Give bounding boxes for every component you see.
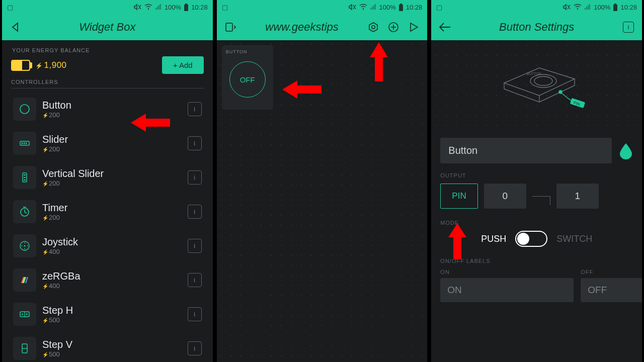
color-picker-icon[interactable]	[619, 142, 633, 159]
battery-percent: 100%	[165, 4, 181, 11]
settings-nut-button[interactable]	[366, 20, 381, 35]
page-title: Widget Box	[28, 21, 187, 34]
battery-percent: 100%	[594, 4, 610, 11]
low-value[interactable]: 0	[484, 184, 526, 209]
back-arrow-button[interactable]	[437, 20, 452, 35]
steph-icon: -+	[13, 303, 36, 326]
svg-rect-10	[24, 177, 26, 178]
screen-button-settings: ▢ 100% 10:28 Button Settings i BUTTON	[431, 0, 642, 362]
widget-name-input[interactable]	[440, 138, 612, 163]
settings-body: BUTTON PIN OUTPUT PIN 0 1 MODE	[431, 40, 642, 362]
widget-name: zeRGBa	[42, 270, 182, 282]
status-bar: ▢ 100% 10:28	[431, 0, 642, 14]
screen-widget-box: ▢ 100% 10:28 Widget Box YOUR ENERGY BALA…	[2, 0, 213, 362]
timer-icon	[13, 200, 36, 223]
on-caption: ON	[440, 269, 574, 275]
add-energy-button[interactable]: + Add	[162, 56, 204, 74]
mode-row: PUSH SWITCH	[440, 231, 633, 247]
widget-info-button[interactable]: i	[188, 273, 202, 287]
header-bar: www.geekstips	[217, 14, 428, 40]
signal-icon	[584, 4, 591, 10]
svg-point-24	[372, 26, 375, 29]
wifi-icon	[359, 4, 367, 10]
svg-rect-1	[185, 4, 187, 5]
widget-name: Joystick	[42, 236, 182, 248]
svg-rect-20	[400, 4, 402, 5]
svg-point-3	[20, 105, 29, 114]
header-bar: Widget Box	[2, 14, 213, 40]
high-value[interactable]: 1	[556, 184, 599, 209]
output-label: OUTPUT	[440, 172, 633, 178]
widget-info-button[interactable]: i	[188, 341, 202, 355]
mode-toggle[interactable]	[515, 231, 547, 247]
mode-label: MODE	[440, 220, 633, 226]
signal-icon	[370, 4, 377, 10]
signal-icon	[155, 4, 162, 10]
widget-box-body: YOUR ENERGY BALANCE 1,900 + Add CONTROLL…	[2, 40, 213, 362]
widget-cost: 200	[42, 214, 182, 221]
balance-value: 1,900	[35, 60, 67, 70]
wifi-icon	[144, 4, 152, 10]
widget-name: Step H	[42, 305, 182, 316]
widget-item-timer[interactable]: Timer200i	[11, 195, 204, 228]
play-button[interactable]	[406, 20, 421, 35]
joystick-icon	[13, 234, 36, 257]
header-bar: Button Settings i	[431, 14, 642, 40]
editor-canvas[interactable]: BUTTON OFF	[217, 40, 428, 362]
rgb-icon	[13, 268, 36, 292]
battery-icon	[184, 4, 189, 11]
widget-name: Step V	[42, 339, 182, 350]
slider-icon	[13, 132, 36, 155]
svg-point-19	[363, 9, 364, 10]
widget-cost: 500	[42, 350, 182, 358]
projects-button[interactable]	[223, 20, 238, 35]
widget-cost: 200	[42, 179, 182, 187]
info-button[interactable]: i	[621, 20, 636, 35]
widget-item-joystick[interactable]: Joystick400i	[11, 229, 204, 262]
widget-item-vertical-slider[interactable]: Vertical Slider200i	[11, 161, 204, 194]
off-label-input[interactable]	[581, 278, 642, 302]
widget-info-button[interactable]: i	[188, 170, 202, 185]
screen-project-editor: ▢ 100% 10:28 www.geekstips BUTTON OFF	[217, 0, 428, 362]
labels-row: ON OFF	[440, 269, 633, 302]
widget-info-button[interactable]: i	[188, 136, 202, 150]
status-bar: ▢ 100% 10:28	[217, 0, 428, 14]
svg-rect-2	[184, 5, 188, 11]
widget-info-button[interactable]: i	[188, 205, 202, 219]
svg-rect-22	[226, 23, 232, 31]
svg-text:BUTTON: BUTTON	[527, 72, 541, 75]
project-title: www.geekstips	[243, 21, 361, 34]
add-widget-button[interactable]	[386, 20, 401, 35]
button-widget[interactable]: BUTTON OFF	[222, 45, 273, 110]
image-icon: ▢	[7, 4, 13, 11]
widget-item-button[interactable]: Button200i	[11, 93, 204, 126]
mute-icon	[563, 4, 571, 11]
widget-info-button[interactable]: i	[188, 239, 202, 253]
svg-text:+: +	[26, 312, 28, 317]
pin-selector[interactable]: PIN	[440, 184, 477, 209]
widget-item-zergba[interactable]: zeRGBa400i	[11, 263, 204, 297]
status-bar: ▢ 100% 10:28	[2, 0, 213, 14]
svg-rect-5	[22, 142, 23, 144]
widget-item-step-v[interactable]: Step V500i	[11, 332, 204, 362]
button-state[interactable]: OFF	[229, 61, 266, 98]
vslider-icon	[13, 166, 36, 189]
off-caption: OFF	[581, 269, 642, 275]
widget-info-button[interactable]: i	[188, 307, 202, 321]
widget-cost: 200	[42, 145, 182, 153]
svg-text:-: -	[22, 312, 23, 317]
svg-point-26	[577, 9, 578, 10]
svg-point-0	[148, 9, 149, 10]
widget-name: Slider	[42, 134, 182, 145]
widget-info-button[interactable]: i	[188, 102, 202, 116]
widget-list[interactable]: Button200iSlider200iVertical Slider200iT…	[11, 93, 204, 362]
on-label-input[interactable]	[440, 278, 574, 302]
image-icon: ▢	[436, 4, 442, 11]
widget-type-label: BUTTON	[226, 49, 248, 54]
wifi-icon	[574, 4, 582, 10]
widget-cost: 400	[42, 282, 182, 290]
back-button[interactable]	[8, 20, 23, 35]
widget-name: Vertical Slider	[42, 168, 182, 179]
widget-item-slider[interactable]: Slider200i	[11, 127, 204, 160]
widget-item-step-h[interactable]: -+Step H500i	[11, 298, 204, 331]
